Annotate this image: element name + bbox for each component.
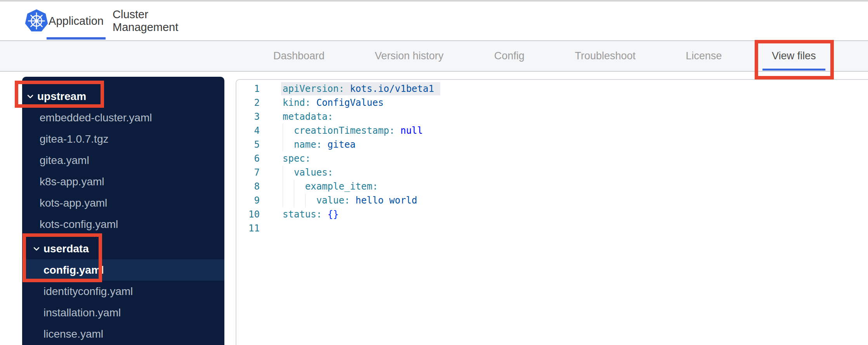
code-line: 9 value: hello world xyxy=(236,193,868,207)
file-tree-label: kots-app.yaml xyxy=(40,197,107,209)
tab-view-files[interactable]: View files xyxy=(768,41,820,71)
code-line: 7 values: xyxy=(236,166,868,179)
token-string: gitea xyxy=(328,139,356,150)
token-bracket: {} xyxy=(328,209,339,220)
file-tree-label: installation.yaml xyxy=(43,307,121,319)
line-number: 11 xyxy=(236,221,260,235)
token-key: value: xyxy=(316,195,350,206)
kubernetes-logo-icon xyxy=(25,9,48,33)
token-key: name: xyxy=(294,139,322,150)
file-embedded-cluster-yaml[interactable]: embedded-cluster.yaml xyxy=(22,107,224,128)
chevron-down-icon xyxy=(33,247,40,251)
code-line: 8 example_item: xyxy=(236,179,868,193)
file-kots-app-yaml[interactable]: kots-app.yaml xyxy=(22,192,224,214)
code-text: spec: xyxy=(283,152,311,166)
token-key: apiVersion: xyxy=(283,83,344,94)
line-number: 4 xyxy=(236,124,260,138)
token-key: status: xyxy=(283,209,322,220)
file-tree-label: upstream xyxy=(37,90,86,103)
indent-guide xyxy=(305,193,316,207)
indent-guide xyxy=(294,179,305,193)
code-text: apiVersion: kots.io/v1beta1 xyxy=(283,82,440,96)
indent-guide xyxy=(294,193,305,207)
file-tree-label: userdata xyxy=(43,243,89,255)
file-tree-rows: upstream embedded-cluster.yaml gitea-1.0… xyxy=(22,86,224,345)
subnav-item-label: License xyxy=(686,50,722,62)
subnav-item-label: Config xyxy=(494,50,524,62)
line-number: 8 xyxy=(236,179,260,193)
tab-version-history[interactable]: Version history xyxy=(371,41,447,71)
file-gitea-yaml[interactable]: gitea.yaml xyxy=(22,150,224,171)
file-tree-label: license.yaml xyxy=(43,328,103,340)
token-string: kots.io/v1beta1 xyxy=(350,83,434,94)
tab-dashboard[interactable]: Dashboard xyxy=(269,41,328,71)
token-plain xyxy=(344,83,350,94)
tab-license[interactable]: License xyxy=(682,41,726,71)
code-text: values: xyxy=(283,166,333,179)
subnav-item-label: Dashboard xyxy=(273,50,325,62)
code-line: 4 creationTimestamp: null xyxy=(236,124,868,138)
token-keyword: null xyxy=(400,125,423,136)
nav-tab-cluster-management[interactable]: Cluster Management xyxy=(113,2,194,40)
line-number: 2 xyxy=(236,96,260,110)
code-text: example_item: xyxy=(283,179,378,193)
token-key: spec: xyxy=(283,153,311,164)
code-line: 2 kind: ConfigValues xyxy=(236,96,868,110)
indent-guide xyxy=(283,138,294,152)
code-text: metadata: xyxy=(283,110,333,124)
token-plain xyxy=(311,97,316,108)
code-text: status: {} xyxy=(283,207,339,221)
tab-config[interactable]: Config xyxy=(490,41,528,71)
nav-tab-application[interactable]: Application xyxy=(47,2,106,40)
file-tree-label: identityconfig.yaml xyxy=(43,285,133,298)
file-license-yaml[interactable]: license.yaml xyxy=(22,323,224,345)
file-gitea-1-0-7-tgz[interactable]: gitea-1.0.7.tgz xyxy=(22,128,224,150)
file-installation-yaml[interactable]: installation.yaml xyxy=(22,302,224,323)
top-tab-label: Application xyxy=(49,15,104,28)
file-tree-label: k8s-app.yaml xyxy=(40,176,104,188)
kots-admin-console: Application Cluster Management Dashboard… xyxy=(0,0,868,345)
line-number: 10 xyxy=(236,207,260,221)
chevron-down-icon xyxy=(27,95,33,98)
file-config-yaml[interactable]: config.yaml xyxy=(22,259,224,281)
line-number: 9 xyxy=(236,193,260,207)
token-key: kind: xyxy=(283,97,311,108)
indent-guide xyxy=(283,124,294,138)
highlighted-text: apiVersion: kots.io/v1beta1 xyxy=(281,82,440,95)
code-line: 1 apiVersion: kots.io/v1beta1 xyxy=(236,82,868,96)
top-tab-label: Cluster Management xyxy=(113,8,194,34)
folder-upstream[interactable]: upstream xyxy=(22,86,224,107)
file-tree-label: gitea-1.0.7.tgz xyxy=(40,133,108,145)
code-line: 11 xyxy=(236,221,868,235)
code-line: 5 name: gitea xyxy=(236,138,868,152)
indent-guide xyxy=(283,193,294,207)
token-key: example_item: xyxy=(305,181,378,192)
token-plain xyxy=(322,209,327,220)
tab-troubleshoot[interactable]: Troubleshoot xyxy=(571,41,640,71)
code-line: 10 status: {} xyxy=(236,207,868,221)
token-key: values: xyxy=(294,167,333,178)
line-number: 1 xyxy=(236,82,260,96)
token-string: ConfigValues xyxy=(316,97,384,108)
file-tree-label: config.yaml xyxy=(43,264,104,276)
file-k8s-app-yaml[interactable]: k8s-app.yaml xyxy=(22,171,224,192)
file-tree-label: kots-config.yaml xyxy=(40,218,118,231)
folder-userdata[interactable]: userdata xyxy=(22,238,224,259)
line-number: 3 xyxy=(236,110,260,124)
line-number: 6 xyxy=(236,152,260,166)
file-tree-label: embedded-cluster.yaml xyxy=(40,112,152,124)
line-number: 7 xyxy=(236,166,260,179)
token-plain xyxy=(395,125,400,136)
active-subnav-underline xyxy=(762,69,825,71)
code-line: 3 metadata: xyxy=(236,110,868,124)
line-number: 5 xyxy=(236,138,260,152)
top-navbar: Application Cluster Management xyxy=(0,2,868,41)
file-tree: upstream embedded-cluster.yaml gitea-1.0… xyxy=(22,77,224,345)
code-editor[interactable]: 1 apiVersion: kots.io/v1beta1 2 kind: Co… xyxy=(236,79,868,345)
subnav-item-label: Troubleshoot xyxy=(575,50,636,62)
code-lines: 1 apiVersion: kots.io/v1beta1 2 kind: Co… xyxy=(236,82,868,235)
file-identityconfig-yaml[interactable]: identityconfig.yaml xyxy=(22,281,224,302)
file-kots-config-yaml[interactable]: kots-config.yaml xyxy=(22,214,224,235)
indent-guide xyxy=(283,166,294,179)
code-text: value: hello world xyxy=(283,193,417,207)
